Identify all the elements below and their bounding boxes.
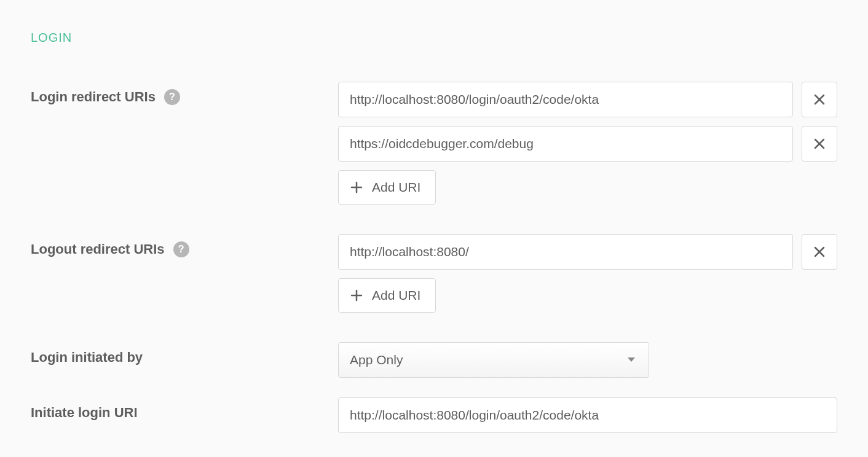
login-initiated-select[interactable]: App Only [338, 342, 649, 378]
select-value: App Only [350, 353, 403, 367]
section-heading: LOGIN [31, 31, 837, 45]
initiate-login-label: Initiate login URI [31, 405, 138, 421]
help-icon[interactable]: ? [173, 241, 189, 257]
initiate-login-input[interactable] [338, 397, 837, 433]
login-redirect-row: Login redirect URIs ? Add URI [31, 82, 837, 205]
plus-icon [350, 289, 363, 302]
add-uri-label: Add URI [372, 288, 420, 303]
remove-button[interactable] [802, 234, 837, 270]
login-redirect-input-1[interactable] [338, 126, 793, 162]
add-logout-uri-button[interactable]: Add URI [338, 278, 436, 313]
logout-redirect-label: Logout redirect URIs [31, 241, 165, 257]
close-icon [813, 93, 826, 106]
plus-icon [350, 181, 363, 194]
login-redirect-input-0[interactable] [338, 82, 793, 117]
remove-button[interactable] [802, 82, 837, 117]
close-icon [813, 246, 826, 258]
login-redirect-label: Login redirect URIs [31, 89, 156, 105]
login-initiated-label: Login initiated by [31, 350, 143, 365]
initiate-login-row: Initiate login URI [31, 397, 837, 433]
logout-redirect-input-0[interactable] [338, 234, 793, 270]
add-login-uri-button[interactable]: Add URI [338, 170, 436, 205]
login-initiated-row: Login initiated by App Only [31, 342, 837, 378]
remove-button[interactable] [802, 126, 837, 162]
add-uri-label: Add URI [372, 180, 420, 195]
close-icon [813, 138, 826, 150]
logout-redirect-row: Logout redirect URIs ? Add URI [31, 234, 837, 313]
help-icon[interactable]: ? [164, 89, 180, 105]
